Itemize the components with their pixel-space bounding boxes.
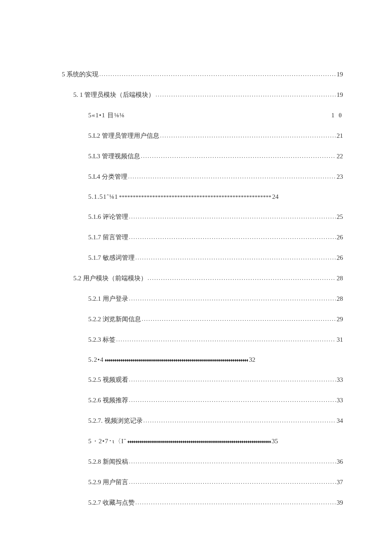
toc-page-number: 33 — [337, 376, 343, 384]
toc-leader: ........................................… — [141, 153, 336, 160]
toc-page-number: 37 — [337, 479, 343, 486]
toc-leader: ........................................… — [129, 213, 336, 220]
toc-page-number: 32 — [249, 356, 255, 363]
toc-page-number: 34 — [337, 417, 343, 424]
toc-label: 5.2.6 视频推荐 — [88, 396, 128, 404]
toc-page-number: 28 — [337, 275, 343, 282]
toc-entry: 5.1.7 敏感词管理.............................… — [62, 254, 343, 262]
toc-label: 5.2.8 新闻投稿 — [88, 458, 128, 466]
toc-entry: 5.L3 管理视频信息.............................… — [62, 152, 343, 160]
toc-leader: ****************************************… — [119, 194, 271, 200]
toc-entry: 5・2•7･ι〈Iˆ♦♦♦♦♦♦♦♦♦♦♦♦♦♦♦♦♦♦♦♦♦♦♦♦♦♦♦♦♦♦… — [62, 437, 343, 445]
toc-entry: 5.1.6 评论管理..............................… — [62, 213, 343, 221]
toc-leader: ........................................… — [142, 316, 336, 323]
toc-entry: 5«1•1 目⅛⅛1 θ — [62, 111, 343, 119]
toc-label: 5.L3 管理视频信息 — [88, 152, 140, 160]
toc-label: 5 系统的实现 — [62, 70, 98, 78]
toc-label: 5. 1 管理员模块（后端模块） — [73, 91, 155, 99]
toc-entry: 5. 1 管理员模块（后端模块） .......................… — [62, 91, 343, 99]
toc-label: 5«1•1 目⅛⅛ — [88, 111, 125, 119]
toc-label: 5.1.7 留言管理 — [88, 233, 128, 241]
toc-entry: 5.L2 管理员管理用户信息..........................… — [62, 132, 343, 140]
toc-page-number: 36 — [337, 458, 343, 465]
toc-leader: ........................................… — [129, 376, 336, 383]
toc-leader: ........................................… — [129, 295, 336, 302]
toc-leader: ........................................… — [128, 173, 336, 180]
toc-label: 5.2.5 视频观看 — [88, 376, 128, 384]
toc-page-number: 31 — [337, 336, 343, 343]
toc-label: 5.L2 管理员管理用户信息 — [88, 132, 159, 140]
toc-leader: ........................................… — [129, 397, 336, 404]
toc-page-number: 21 — [337, 132, 343, 139]
toc-entry: 5.2.2 浏览新闻信息............................… — [62, 315, 343, 323]
toc-label: 5.2.9 用户留言 — [88, 478, 128, 486]
toc-page-number: 33 — [337, 397, 343, 404]
toc-page-number: 22 — [337, 153, 343, 160]
toc-entry: 5.1.51ˆ⅛1*******************************… — [62, 193, 343, 200]
toc-label: 5.1.6 评论管理 — [88, 213, 128, 221]
toc-label: 5.2.3 标签 — [88, 336, 115, 344]
toc-label: 5.1.7 敏感词管理 — [88, 254, 135, 262]
toc-leader: ♦♦♦♦♦♦♦♦♦♦♦♦♦♦♦♦♦♦♦♦♦♦♦♦♦♦♦♦♦♦♦♦♦♦♦♦♦♦♦♦… — [105, 357, 248, 363]
toc-leader: ........................................… — [129, 234, 336, 241]
toc-entry: 5.2.7 收藏与点赞.............................… — [62, 499, 343, 507]
toc-page-number: 26 — [337, 234, 343, 241]
toc-entry: 5.2.3 标签................................… — [62, 336, 343, 344]
toc-entry: 5.2.7. 视频浏览记录...........................… — [62, 417, 343, 425]
toc-page-number: 24 — [272, 193, 279, 200]
toc-label: 5.2.7. 视频浏览记录 — [88, 417, 143, 425]
toc-leader: ........................................… — [148, 275, 336, 282]
toc-leader: ........................................… — [129, 458, 336, 465]
toc-page-number: 19 — [337, 91, 343, 99]
table-of-contents: 5 系统的实现.................................… — [62, 70, 343, 507]
toc-entry: 5.2 用户模块（前端模块）..........................… — [62, 274, 343, 282]
toc-page-number: 23 — [337, 173, 343, 180]
toc-page-number: 26 — [337, 254, 343, 262]
toc-entry: 5.2.9 用户留言..............................… — [62, 478, 343, 486]
toc-leader: ........................................… — [135, 254, 336, 261]
toc-entry: 5.2.5 视频观看..............................… — [62, 376, 343, 384]
toc-label: 5.2.1 用户登录 — [88, 295, 128, 303]
toc-leader: ........................................… — [160, 132, 336, 139]
toc-leader: ........................................… — [156, 91, 336, 98]
toc-label: 5.L4 分类管理 — [88, 173, 127, 181]
toc-leader: ........................................… — [144, 417, 336, 424]
toc-page-number: 28 — [337, 295, 343, 302]
toc-entry: 5.1.7 留言管理..............................… — [62, 233, 343, 241]
toc-leader: ........................................… — [129, 479, 336, 485]
toc-entry: 5.2.6 视频推荐..............................… — [62, 396, 343, 404]
toc-leader: ........................................… — [99, 71, 336, 78]
toc-page-number: 29 — [337, 316, 343, 323]
toc-page-number: 25 — [337, 213, 343, 221]
toc-page-number: 1 θ — [331, 112, 343, 119]
toc-entry: 5.2.1 用户登录..............................… — [62, 295, 343, 303]
toc-leader: ♦♦♦♦♦♦♦♦♦♦♦♦♦♦♦♦♦♦♦♦♦♦♦♦♦♦♦♦♦♦♦♦♦♦♦♦♦♦♦♦… — [127, 439, 271, 444]
toc-entry: 5 系统的实现.................................… — [62, 70, 343, 78]
toc-page-number: 39 — [337, 499, 343, 506]
toc-leader: ........................................… — [135, 499, 336, 506]
toc-entry: 5.L4 分类管理...............................… — [62, 173, 343, 181]
toc-label: 5.2 用户模块（前端模块） — [73, 274, 147, 282]
toc-label: 5.2.7 收藏与点赞 — [88, 499, 135, 507]
toc-page-number: 19 — [337, 71, 343, 78]
toc-leader: ........................................… — [116, 336, 336, 343]
toc-entry: 5.2.8 新闻投稿..............................… — [62, 458, 343, 466]
toc-label: 5.2.2 浏览新闻信息 — [88, 315, 141, 323]
toc-label: 5・2•7･ι〈Iˆ — [88, 437, 127, 445]
toc-label: 5.2•4 — [88, 356, 104, 363]
toc-page-number: 35 — [272, 438, 278, 445]
toc-label: 5.1.51ˆ⅛1 — [88, 193, 118, 200]
toc-entry: 5.2•4 ♦♦♦♦♦♦♦♦♦♦♦♦♦♦♦♦♦♦♦♦♦♦♦♦♦♦♦♦♦♦♦♦♦♦… — [62, 356, 343, 363]
